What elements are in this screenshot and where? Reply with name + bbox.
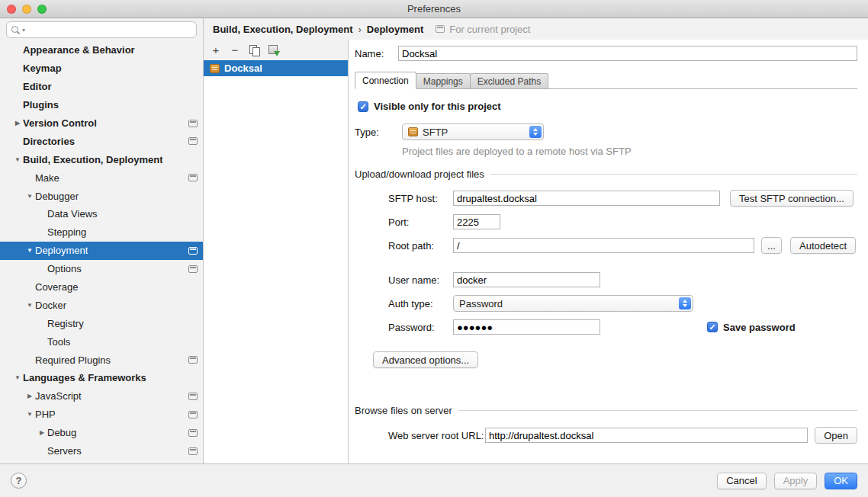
browse-section-header: Browse files on server — [355, 405, 857, 416]
sftp-host-row: SFTP host: Test SFTP connection... — [388, 190, 857, 207]
sidebar-item-servers[interactable]: Servers — [0, 442, 203, 460]
server-item-label: Docksal — [224, 63, 262, 74]
sidebar-item-options[interactable]: Options — [0, 260, 203, 278]
chevron-down-icon[interactable]: ▼ — [24, 193, 35, 200]
sidebar-item-make[interactable]: Make — [0, 168, 203, 187]
advanced-options-button[interactable]: Advanced options... — [373, 351, 478, 368]
auth-type-value: Password — [459, 298, 503, 309]
content-column: Build, Execution, Deployment › Deploymen… — [204, 18, 868, 463]
sidebar-item-docker[interactable]: ▼Docker — [0, 296, 203, 314]
cancel-button[interactable]: Cancel — [717, 473, 766, 489]
chevron-down-icon[interactable]: ▼ — [12, 156, 23, 163]
sftp-host-label: SFTP host: — [388, 193, 453, 204]
visible-only-checkbox[interactable]: ✓ Visible only for this project — [358, 101, 857, 112]
user-name-input[interactable] — [453, 272, 600, 287]
name-input[interactable] — [398, 46, 857, 61]
sidebar-item-deployment[interactable]: ▼Deployment — [0, 242, 203, 260]
search-box[interactable]: ▾ — [6, 21, 197, 38]
type-select[interactable]: SFTP — [402, 123, 544, 140]
sidebar-item-tools[interactable]: Tools — [0, 332, 203, 351]
sidebar-item-version-control[interactable]: ▶Version Control — [0, 114, 203, 133]
save-password-checkbox[interactable]: ✓ Save password — [707, 322, 796, 333]
auth-type-row: Auth type: Password — [388, 295, 857, 312]
titlebar[interactable]: Preferences — [0, 0, 868, 18]
tab-excluded-paths[interactable]: Excluded Paths — [470, 73, 548, 88]
chevron-down-icon[interactable]: ▼ — [24, 247, 35, 254]
remove-icon[interactable]: − — [227, 42, 243, 59]
visible-only-label: Visible only for this project — [374, 101, 501, 112]
minimize-button[interactable] — [22, 5, 31, 14]
dropdown-stepper-icon[interactable] — [529, 126, 542, 138]
sidebar-item-appearance-behavior[interactable]: Appearance & Behavior — [0, 41, 203, 59]
checkbox-checked-icon[interactable]: ✓ — [707, 322, 718, 332]
sidebar-item-php[interactable]: ▼PHP — [0, 406, 203, 424]
sidebar-item-label: Plugins — [23, 99, 59, 111]
config-tabs: ConnectionMappingsExcluded Paths — [355, 71, 857, 89]
search-scope-chevron-icon[interactable]: ▾ — [22, 27, 25, 34]
chevron-down-icon[interactable]: ▼ — [12, 374, 23, 381]
port-input[interactable] — [453, 214, 500, 229]
server-item-docksal[interactable]: Docksal — [204, 60, 348, 76]
checkbox-checked-icon[interactable]: ✓ — [358, 101, 368, 112]
traffic-lights — [7, 0, 47, 18]
sidebar-item-debug[interactable]: ▶Debug — [0, 424, 203, 442]
breadcrumb-bar: Build, Execution, Deployment › Deploymen… — [204, 18, 868, 40]
sidebar-item-registry[interactable]: Registry — [0, 314, 203, 332]
chevron-down-icon[interactable]: ▼ — [24, 302, 35, 309]
test-sftp-connection-button[interactable]: Test SFTP connection... — [730, 190, 854, 207]
dropdown-stepper-icon[interactable] — [679, 297, 691, 309]
paste-icon[interactable] — [265, 42, 281, 59]
breadcrumb-separator: › — [358, 24, 361, 35]
sidebar-item-directories[interactable]: Directories — [0, 132, 203, 150]
auth-type-select[interactable]: Password — [453, 295, 693, 312]
project-scope-icon — [436, 25, 445, 33]
save-password-label: Save password — [723, 322, 796, 333]
web-root-row: Web server root URL: Open — [388, 427, 857, 444]
fullscreen-button[interactable] — [37, 5, 47, 14]
name-label: Name: — [355, 48, 398, 59]
web-root-input[interactable] — [485, 428, 808, 443]
open-button[interactable]: Open — [815, 427, 857, 444]
sidebar-item-editor[interactable]: Editor — [0, 78, 203, 96]
chevron-right-icon[interactable]: ▶ — [24, 393, 35, 399]
tab-mappings[interactable]: Mappings — [416, 73, 471, 88]
sidebar-item-required-plugins[interactable]: Required Plugins — [0, 351, 203, 369]
upload-fields: SFTP host: Test SFTP connection... Port:… — [388, 190, 857, 335]
copy-icon[interactable] — [246, 42, 262, 59]
name-row: Name: — [355, 46, 857, 61]
per-project-icon — [188, 411, 198, 418]
per-project-icon — [188, 174, 198, 181]
chevron-right-icon[interactable]: ▶ — [37, 429, 47, 436]
autodetect-button[interactable]: Autodetect — [790, 237, 856, 254]
sidebar-item-javascript[interactable]: ▶JavaScript — [0, 387, 203, 406]
add-icon[interactable]: + — [207, 42, 224, 59]
paste-icon — [268, 45, 278, 55]
sidebar-item-languages-frameworks[interactable]: ▼Languages & Frameworks — [0, 369, 203, 387]
sidebar-item-plugins[interactable]: Plugins — [0, 96, 203, 114]
server-panel: +− Docksal — [204, 40, 349, 463]
breadcrumb-parent[interactable]: Build, Execution, Deployment — [213, 24, 352, 35]
password-input[interactable] — [453, 319, 600, 335]
apply-button[interactable]: Apply — [774, 473, 818, 489]
type-label: Type: — [355, 127, 402, 138]
sftp-host-input[interactable] — [453, 191, 720, 206]
root-path-input[interactable] — [453, 238, 754, 253]
ok-button[interactable]: OK — [825, 473, 857, 489]
close-button[interactable] — [7, 5, 16, 14]
tab-connection[interactable]: Connection — [355, 72, 416, 89]
sidebar-item-coverage[interactable]: Coverage — [0, 278, 203, 297]
sidebar-item-data-views[interactable]: Data Views — [0, 205, 203, 223]
search-input[interactable] — [27, 24, 191, 36]
sidebar-item-keymap[interactable]: Keymap — [0, 59, 203, 78]
sidebar-item-build-execution-deployment[interactable]: ▼Build, Execution, Deployment — [0, 150, 203, 168]
sidebar-item-label: Coverage — [35, 281, 78, 293]
sidebar-item-stepping[interactable]: Stepping — [0, 223, 203, 242]
chevron-down-icon[interactable]: ▼ — [24, 411, 35, 418]
sftp-icon — [408, 127, 418, 136]
browse-root-path-button[interactable]: ... — [761, 237, 782, 254]
sidebar-item-label: Make — [35, 172, 59, 184]
help-button[interactable]: ? — [11, 473, 27, 489]
chevron-right-icon[interactable]: ▶ — [12, 120, 23, 127]
sidebar-item-debugger[interactable]: ▼Debugger — [0, 187, 203, 205]
section-divider — [458, 410, 857, 411]
